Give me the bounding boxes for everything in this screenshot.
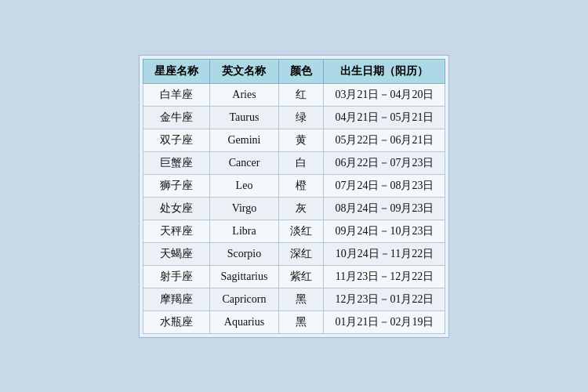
cell-chinese: 水瓶座 bbox=[143, 310, 209, 333]
cell-chinese: 白羊座 bbox=[143, 83, 209, 106]
cell-english: Aquarius bbox=[209, 310, 279, 333]
cell-english: Aries bbox=[209, 83, 279, 106]
cell-color: 白 bbox=[279, 151, 324, 174]
table-row: 巨蟹座Cancer白06月22日－07月23日 bbox=[143, 151, 445, 174]
cell-dates: 06月22日－07月23日 bbox=[324, 151, 445, 174]
cell-color: 灰 bbox=[279, 197, 324, 220]
header-color: 颜色 bbox=[279, 59, 324, 83]
table-row: 狮子座Leo橙07月24日－08月23日 bbox=[143, 174, 445, 197]
cell-color: 红 bbox=[279, 83, 324, 106]
header-dates: 出生日期（阳历） bbox=[324, 59, 445, 83]
cell-english: Gemini bbox=[209, 129, 279, 151]
cell-dates: 08月24日－09月23日 bbox=[324, 197, 445, 220]
cell-dates: 03月21日－04月20日 bbox=[324, 83, 445, 106]
cell-dates: 01月21日－02月19日 bbox=[324, 310, 445, 333]
cell-dates: 10月24日－11月22日 bbox=[324, 242, 445, 265]
table-row: 天秤座Libra淡红09月24日－10月23日 bbox=[143, 220, 445, 242]
cell-color: 黄 bbox=[279, 129, 324, 151]
table-header-row: 星座名称 英文名称 颜色 出生日期（阳历） bbox=[143, 59, 445, 83]
header-chinese-name: 星座名称 bbox=[143, 59, 209, 83]
zodiac-table: 星座名称 英文名称 颜色 出生日期（阳历） 白羊座Aries红03月21日－04… bbox=[143, 59, 446, 334]
cell-color: 黑 bbox=[279, 310, 324, 333]
table-row: 金牛座Taurus绿04月21日－05月21日 bbox=[143, 106, 445, 129]
cell-english: Virgo bbox=[209, 197, 279, 220]
cell-english: Leo bbox=[209, 174, 279, 197]
cell-chinese: 双子座 bbox=[143, 129, 209, 151]
table-row: 双子座Gemini黄05月22日－06月21日 bbox=[143, 129, 445, 151]
table-row: 摩羯座Capricorn黑12月23日－01月22日 bbox=[143, 288, 445, 310]
cell-color: 深红 bbox=[279, 242, 324, 265]
table-row: 射手座Sagittarius紫红11月23日－12月22日 bbox=[143, 265, 445, 288]
cell-color: 黑 bbox=[279, 288, 324, 310]
cell-chinese: 处女座 bbox=[143, 197, 209, 220]
cell-dates: 11月23日－12月22日 bbox=[324, 265, 445, 288]
cell-chinese: 狮子座 bbox=[143, 174, 209, 197]
cell-color: 淡红 bbox=[279, 220, 324, 242]
table-row: 白羊座Aries红03月21日－04月20日 bbox=[143, 83, 445, 106]
cell-chinese: 天秤座 bbox=[143, 220, 209, 242]
cell-english: Libra bbox=[209, 220, 279, 242]
cell-color: 紫红 bbox=[279, 265, 324, 288]
cell-english: Cancer bbox=[209, 151, 279, 174]
cell-chinese: 金牛座 bbox=[143, 106, 209, 129]
cell-color: 绿 bbox=[279, 106, 324, 129]
cell-english: Sagittarius bbox=[209, 265, 279, 288]
cell-chinese: 摩羯座 bbox=[143, 288, 209, 310]
cell-dates: 05月22日－06月21日 bbox=[324, 129, 445, 151]
table-row: 处女座Virgo灰08月24日－09月23日 bbox=[143, 197, 445, 220]
cell-english: Scorpio bbox=[209, 242, 279, 265]
cell-dates: 09月24日－10月23日 bbox=[324, 220, 445, 242]
cell-chinese: 巨蟹座 bbox=[143, 151, 209, 174]
header-english-name: 英文名称 bbox=[209, 59, 279, 83]
cell-color: 橙 bbox=[279, 174, 324, 197]
cell-english: Taurus bbox=[209, 106, 279, 129]
cell-chinese: 天蝎座 bbox=[143, 242, 209, 265]
zodiac-table-container: 星座名称 英文名称 颜色 出生日期（阳历） 白羊座Aries红03月21日－04… bbox=[139, 55, 450, 338]
table-body: 白羊座Aries红03月21日－04月20日金牛座Taurus绿04月21日－0… bbox=[143, 83, 445, 333]
cell-english: Capricorn bbox=[209, 288, 279, 310]
cell-chinese: 射手座 bbox=[143, 265, 209, 288]
cell-dates: 07月24日－08月23日 bbox=[324, 174, 445, 197]
table-row: 天蝎座Scorpio深红10月24日－11月22日 bbox=[143, 242, 445, 265]
cell-dates: 04月21日－05月21日 bbox=[324, 106, 445, 129]
cell-dates: 12月23日－01月22日 bbox=[324, 288, 445, 310]
table-row: 水瓶座Aquarius黑01月21日－02月19日 bbox=[143, 310, 445, 333]
